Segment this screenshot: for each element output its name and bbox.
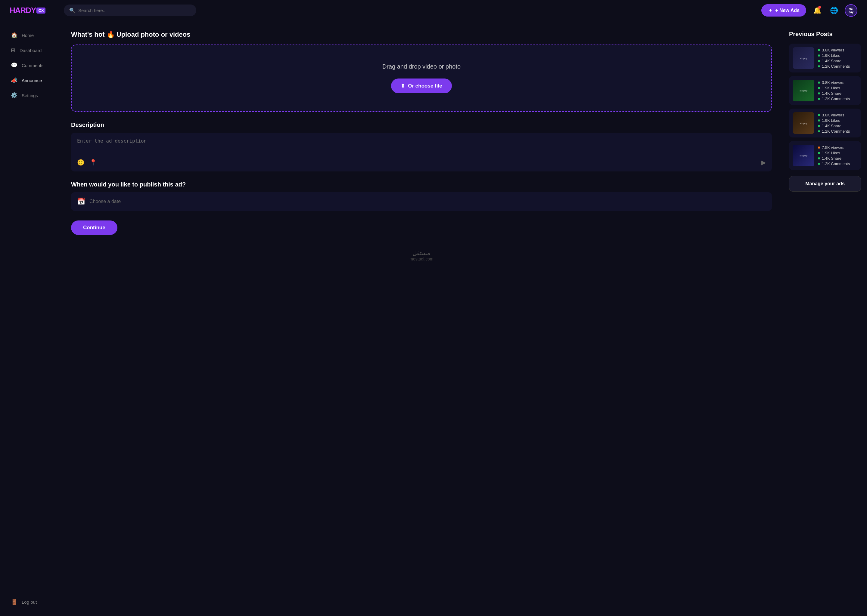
description-label: Description <box>71 121 772 129</box>
language-button[interactable]: 🌐 <box>828 5 840 17</box>
announce-icon: 📣 <box>11 77 17 83</box>
sidebar-item-home[interactable]: 🏠 Home <box>2 28 57 42</box>
post-stats-3: 3.8K viewers 1.9K Likes 1.4K Share 1.2K … <box>818 113 850 134</box>
plus-icon: ＋ <box>768 7 773 14</box>
sidebar-item-comments[interactable]: 💬 Comments <box>2 58 57 72</box>
main-content: What's hot 🔥 Upload photo or videos Drag… <box>60 21 783 616</box>
thumb-inner-1: stc pay <box>793 47 814 69</box>
comments-icon: 💬 <box>11 62 17 69</box>
date-picker-row[interactable]: 📅 Choose a date <box>71 192 772 211</box>
settings-icon: ⚙️ <box>11 92 17 99</box>
choose-file-label: Or choose file <box>408 83 442 89</box>
thumb-inner-2: stc pay <box>793 80 814 101</box>
post-thumb-4: stc pay <box>793 145 814 167</box>
likes-4: 1.9K Likes <box>822 151 840 155</box>
logout-icon: 🚪 <box>11 599 17 605</box>
viewers-2: 3.8K viewers <box>822 80 844 85</box>
logo-badge: CX <box>36 8 45 14</box>
sidebar-label-comments: Comments <box>22 63 44 68</box>
post-card-1: stc pay 3.8K viewers 1.9K Likes 1.4K Sha… <box>789 44 861 72</box>
search-icon: 🔍 <box>69 8 75 13</box>
send-icon[interactable]: ▶ <box>761 159 766 166</box>
likes-1: 1.9K Likes <box>822 53 840 58</box>
header-right: ＋ + New Ads 🔔 🌐 stcpay <box>761 4 858 17</box>
comments-2: 1.2K Comments <box>822 97 850 101</box>
sidebar-label-announce: Announce <box>22 78 42 83</box>
sidebar-label-logout: Log out <box>22 599 37 605</box>
manage-ads-label: Manage your ads <box>805 181 845 186</box>
post-card-2: stc pay 3.8K viewers 1.9K Likes 1.4K Sha… <box>789 76 861 105</box>
home-icon: 🏠 <box>11 32 17 39</box>
sidebar-label-settings: Settings <box>22 93 38 98</box>
likes-2: 1.9K Likes <box>822 86 840 90</box>
shares-3: 1.4K Share <box>822 124 842 128</box>
footer-watermark: مستقل mostaql.com <box>71 245 772 266</box>
header: HARDY CX 🔍 ＋ + New Ads 🔔 🌐 stcpay <box>0 0 867 21</box>
continue-button[interactable]: Continue <box>71 220 117 235</box>
globe-icon: 🌐 <box>830 6 838 14</box>
description-footer: 🙂 📍 ▶ <box>77 159 766 166</box>
layout: 🏠 Home ⊞ Dashboard 💬 Comments 📣 Announce… <box>0 21 867 616</box>
sidebar-item-logout[interactable]: 🚪 Log out <box>2 595 57 609</box>
date-placeholder: Choose a date <box>90 199 121 204</box>
shares-4: 1.4K Share <box>822 156 842 160</box>
description-box: 🙂 📍 ▶ <box>71 133 772 171</box>
thumb-inner-4: stc pay <box>793 145 814 167</box>
drag-drop-text: Drag and drop video or photo <box>382 63 460 70</box>
viewers-3: 3.8K viewers <box>822 113 844 117</box>
logo: HARDY CX <box>9 6 58 15</box>
post-thumb-2: stc pay <box>793 80 814 101</box>
sidebar: 🏠 Home ⊞ Dashboard 💬 Comments 📣 Announce… <box>0 21 60 616</box>
continue-label: Continue <box>83 225 106 230</box>
thumb-inner-3: stc pay <box>793 112 814 134</box>
publish-label: When would you like to publish this ad? <box>71 181 772 188</box>
logo-text: HARDY <box>9 6 36 15</box>
dashboard-icon: ⊞ <box>11 47 15 53</box>
shares-1: 1.4K Share <box>822 59 842 63</box>
watermark-url: mostaql.com <box>76 256 767 261</box>
post-card-4: stc pay 7.5K viewers 1.9K Likes 1.4K Sha… <box>789 141 861 170</box>
comments-3: 1.2K Comments <box>822 129 850 134</box>
watermark-arabic: مستقل <box>76 249 767 256</box>
calendar-icon: 📅 <box>77 198 85 206</box>
description-input[interactable] <box>77 138 766 155</box>
post-thumb-3: stc pay <box>793 112 814 134</box>
post-stats-1: 3.8K viewers 1.9K Likes 1.4K Share 1.2K … <box>818 48 850 69</box>
avatar[interactable]: stcpay <box>845 4 858 17</box>
post-stats-4: 7.5K viewers 1.9K Likes 1.4K Share 1.2K … <box>818 145 850 166</box>
new-ads-label: + New Ads <box>775 8 799 13</box>
search-bar[interactable]: 🔍 <box>64 5 196 16</box>
post-thumb-1: stc pay <box>793 47 814 69</box>
likes-3: 1.9K Likes <box>822 118 840 123</box>
sidebar-item-announce[interactable]: 📣 Announce <box>2 73 57 87</box>
location-icon[interactable]: 📍 <box>90 159 97 166</box>
post-stats-2: 3.8K viewers 1.9K Likes 1.4K Share 1.2K … <box>818 80 850 101</box>
notification-dot <box>818 6 821 9</box>
viewers-4: 7.5K viewers <box>822 145 844 150</box>
panel-title: Previous Posts <box>789 31 861 38</box>
sidebar-label-dashboard: Dashboard <box>20 48 41 53</box>
right-panel: Previous Posts stc pay 3.8K viewers 1.9K… <box>783 21 867 616</box>
comments-4: 1.2K Comments <box>822 162 850 166</box>
avatar-label: stcpay <box>849 8 853 14</box>
page-title: What's hot 🔥 Upload photo or videos <box>71 31 772 39</box>
choose-file-button[interactable]: ⬆ Or choose file <box>391 79 452 93</box>
manage-ads-button[interactable]: Manage your ads <box>789 176 861 192</box>
new-ads-button[interactable]: ＋ + New Ads <box>761 4 806 17</box>
sidebar-item-settings[interactable]: ⚙️ Settings <box>2 88 57 102</box>
upload-area[interactable]: Drag and drop video or photo ⬆ Or choose… <box>71 44 772 112</box>
upload-icon: ⬆ <box>401 83 405 89</box>
viewers-1: 3.8K viewers <box>822 48 844 52</box>
sidebar-item-dashboard[interactable]: ⊞ Dashboard <box>2 43 57 57</box>
emoji-icon[interactable]: 🙂 <box>77 159 85 166</box>
sidebar-label-home: Home <box>22 33 34 38</box>
notification-button[interactable]: 🔔 <box>811 5 823 17</box>
shares-2: 1.4K Share <box>822 91 842 96</box>
description-icons: 🙂 📍 <box>77 159 97 166</box>
comments-1: 1.2K Comments <box>822 64 850 69</box>
search-input[interactable] <box>78 8 191 13</box>
post-card-3: stc pay 3.8K viewers 1.9K Likes 1.4K Sha… <box>789 108 861 137</box>
